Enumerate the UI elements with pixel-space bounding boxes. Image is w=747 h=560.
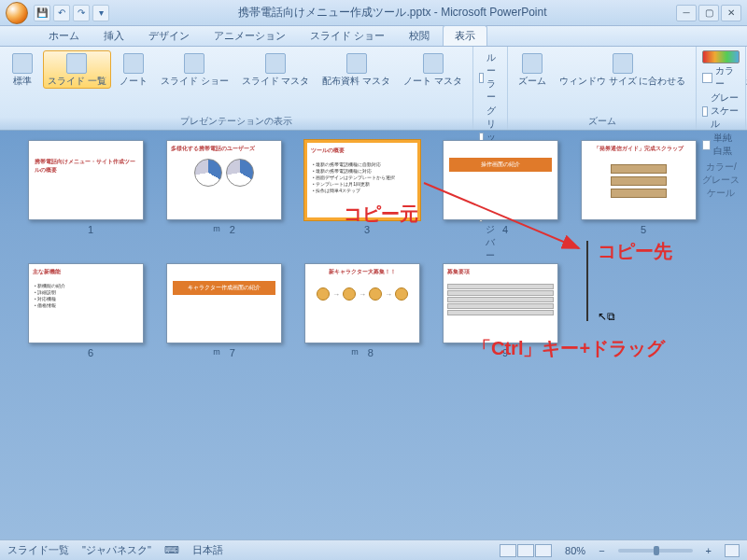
tab-ホーム[interactable]: ホーム [37, 26, 91, 46]
notes-page[interactable]: ノート [115, 50, 152, 89]
slide-7[interactable]: キャラクター作成画面の紹介 [166, 263, 282, 343]
slide-9[interactable]: 募集要項 [443, 263, 558, 343]
zoom-label: ズーム [518, 76, 546, 86]
zoom-slider[interactable] [618, 549, 693, 553]
slide-number: m8 [351, 347, 374, 358]
slide-show-icon [184, 53, 204, 74]
status-theme: "ジャパネスク" [82, 543, 151, 557]
slide-number: 9 [493, 347, 508, 358]
slide-number: 3 [355, 224, 370, 235]
notes-master-label: ノート マスタ [403, 76, 462, 86]
status-view: スライド一覧 [7, 543, 69, 557]
maximize-button[interactable]: ▢ [698, 5, 719, 21]
zoom-icon [522, 53, 543, 74]
tab-校閲[interactable]: 校閲 [398, 26, 441, 46]
slide-number: m7 [213, 347, 235, 358]
slide-thumb-4[interactable]: 操作画面の紹介4 [443, 140, 558, 235]
slide-thumb-8[interactable]: 新キャラクター大募集！！→→→m8 [304, 263, 420, 358]
slide-sorter[interactable]: スライド 一覧 [43, 50, 111, 89]
slide-show[interactable]: スライド ショー [156, 50, 233, 89]
notes-page-label: ノート [120, 76, 148, 86]
slide-2[interactable]: 多様化する携帯電話のユーザーズ [166, 140, 282, 220]
view-buttons[interactable] [500, 544, 552, 557]
slide-thumb-5[interactable]: 「発券通信ガイド」完成スクラップ5 [581, 140, 697, 235]
slide-thumb-2[interactable]: 多様化する携帯電話のユーザーズm2 [166, 140, 282, 235]
qat-redo[interactable]: ↷ [73, 5, 90, 21]
slide-8[interactable]: 新キャラクター大募集！！→→→ [304, 263, 420, 343]
slide-5[interactable]: 「発券通信ガイド」完成スクラップ [581, 140, 697, 220]
group-label: ズーム [514, 113, 691, 128]
ribbon-group-2: ズームウィンドウ サイズ に合わせるズーム [508, 47, 698, 130]
slide-sorter-area[interactable]: 携帯電話向けメニュー・サイト作成ツールの概要1多様化する携帯電話のユーザーズm2… [0, 131, 747, 532]
zoom-out[interactable]: − [599, 545, 604, 556]
ribbon: 標準スライド 一覧ノートスライド ショースライド マスタ配布資料 マスタノート … [0, 47, 747, 131]
slide-1[interactable]: 携帯電話向けメニュー・サイト作成ツールの概要 [28, 140, 144, 220]
quick-access-toolbar: 💾 ↶ ↷ ▾ [34, 5, 109, 21]
slide-number: 4 [493, 224, 508, 235]
close-button[interactable]: ✕ [721, 5, 741, 21]
slide-master-icon [265, 53, 286, 74]
zoom-in[interactable]: + [706, 545, 712, 556]
slide-thumb-1[interactable]: 携帯電話向けメニュー・サイト作成ツールの概要1 [28, 140, 144, 235]
tab-スライド ショー[interactable]: スライド ショー [299, 26, 396, 46]
slide-thumb-6[interactable]: 主な新機能新機能の紹介詳細説明対応機種価格情報6 [28, 263, 144, 358]
normal-view-label: 標準 [13, 76, 32, 86]
tab-デザイン[interactable]: デザイン [137, 26, 201, 46]
window-controls: ─ ▢ ✕ [676, 5, 741, 21]
ruler-check[interactable]: ルーラー [479, 51, 501, 104]
fit-window[interactable]: ウィンドウ サイズ に合わせる [555, 50, 691, 89]
qat-undo[interactable]: ↶ [53, 5, 70, 21]
view-normal-btn[interactable] [500, 544, 516, 557]
zoom-value: 80% [565, 545, 585, 556]
slide-6[interactable]: 主な新機能新機能の紹介詳細説明対応機種価格情報 [28, 263, 144, 343]
ribbon-group-3: カラーグレースケール単純白黒カラー/グレースケール [697, 47, 746, 130]
ribbon-tabs: ホーム挿入デザインアニメーションスライド ショー校閲表示 [0, 26, 747, 47]
slide-master-label: スライド マスタ [242, 76, 310, 86]
status-lang-icon: ⌨ [164, 544, 179, 556]
group-label: プレゼンテーションの表示 [6, 113, 467, 128]
handout-master-icon [346, 53, 367, 74]
minimize-button[interactable]: ─ [676, 5, 697, 21]
office-button[interactable] [6, 2, 28, 24]
slide-number: 6 [78, 347, 93, 358]
tab-表示[interactable]: 表示 [443, 25, 487, 46]
view-sorter-btn[interactable] [517, 544, 534, 557]
qat-save[interactable]: 💾 [34, 5, 50, 21]
handout-master-label: 配布資料 マスタ [322, 76, 390, 86]
cursor-copy-icon: ↖⧉ [598, 310, 615, 323]
tab-アニメーション[interactable]: アニメーション [203, 26, 297, 46]
notes-master[interactable]: ノート マスタ [399, 50, 467, 89]
normal-view[interactable]: 標準 [6, 50, 39, 89]
tab-挿入[interactable]: 挿入 [92, 26, 135, 46]
normal-view-icon [12, 53, 33, 74]
slide-4[interactable]: 操作画面の紹介 [443, 140, 558, 220]
slide-number: 1 [78, 224, 93, 235]
status-bar: スライド一覧 "ジャパネスク" ⌨ 日本語 80% − + [0, 539, 747, 560]
fit-window-icon [613, 53, 633, 74]
slide-number: 5 [631, 224, 646, 235]
slide-sorter-label: スライド 一覧 [48, 76, 106, 86]
ruler-check-box[interactable] [479, 73, 484, 83]
grayscale-mode[interactable]: グレースケール [702, 91, 740, 131]
notes-page-icon [123, 53, 144, 74]
window-title: 携帯電話向けメニュー作成ツール.pptx - Microsoft PowerPo… [109, 5, 676, 21]
slide-show-label: スライド ショー [161, 76, 229, 86]
slide-thumb-9[interactable]: 募集要項9 [443, 263, 558, 358]
slide-thumb-3[interactable]: ツールの概要最新の携帯電話機種に自動対応最新の携帯電話機種に対応画面デザインはテ… [304, 140, 420, 235]
slide-grid: 携帯電話向けメニュー・サイト作成ツールの概要1多様化する携帯電話のユーザーズm2… [28, 140, 719, 358]
slide-3[interactable]: ツールの概要最新の携帯電話機種に自動対応最新の携帯電話機種に対応画面デザインはテ… [304, 140, 420, 220]
ribbon-group-0: 標準スライド 一覧ノートスライド ショースライド マスタ配布資料 マスタノート … [0, 47, 473, 130]
zoom[interactable]: ズーム [514, 50, 551, 89]
color-mode[interactable]: カラー [702, 64, 740, 91]
qat-more[interactable]: ▾ [92, 5, 109, 21]
ribbon-group-1: ルーラーグリッド線メッセージ バー表示/非表示 [473, 47, 508, 130]
view-show-btn[interactable] [535, 544, 552, 557]
slide-sorter-icon [66, 53, 87, 74]
fit-to-window-btn[interactable] [725, 544, 740, 557]
slide-number: m2 [213, 224, 235, 235]
handout-master[interactable]: 配布資料 マスタ [317, 50, 395, 89]
notes-master-icon [423, 53, 444, 74]
slide-thumb-7[interactable]: キャラクター作成画面の紹介m7 [166, 263, 282, 358]
titlebar: 💾 ↶ ↷ ▾ 携帯電話向けメニュー作成ツール.pptx - Microsoft… [0, 0, 747, 26]
slide-master[interactable]: スライド マスタ [237, 50, 315, 89]
